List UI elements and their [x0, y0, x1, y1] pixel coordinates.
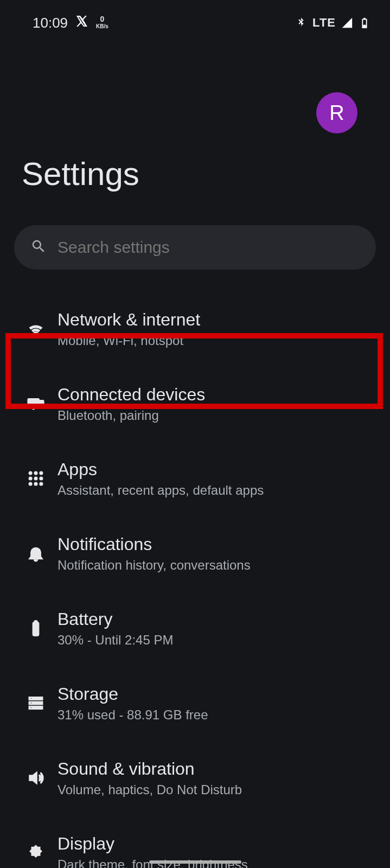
svg-point-9	[34, 477, 37, 480]
page-title: Settings	[22, 155, 368, 193]
svg-rect-1	[363, 25, 366, 28]
settings-item-sound[interactable]: Sound & vibration Volume, haptics, Do No…	[0, 741, 390, 815]
svg-point-19	[30, 698, 32, 699]
settings-list: Network & internet Mobile, Wi-Fi, hotspo…	[0, 291, 390, 868]
status-left: 10:09 0 KB/s	[33, 15, 108, 31]
settings-item-network[interactable]: Network & internet Mobile, Wi-Fi, hotspo…	[0, 291, 390, 366]
item-title: Network & internet	[57, 310, 200, 330]
volume-icon	[14, 769, 57, 787]
svg-point-12	[34, 482, 37, 486]
settings-item-apps[interactable]: Apps Assistant, recent apps, default app…	[0, 441, 390, 516]
status-bar: 10:09 0 KB/s LTE	[0, 0, 390, 33]
svg-point-11	[29, 482, 32, 486]
svg-point-10	[40, 477, 43, 480]
cell-signal-icon	[341, 17, 353, 29]
item-title: Sound & vibration	[57, 759, 242, 779]
settings-item-storage[interactable]: Storage 31% used - 88.91 GB free	[0, 666, 390, 741]
netspeed-unit: KB/s	[96, 23, 108, 30]
status-right: LTE	[295, 16, 370, 30]
battery-icon	[14, 619, 57, 637]
svg-rect-0	[363, 18, 366, 20]
search-input[interactable]	[57, 238, 360, 257]
network-type-label: LTE	[312, 16, 336, 30]
bluetooth-icon	[295, 17, 307, 29]
settings-item-battery[interactable]: Battery 30% - Until 2:45 PM	[0, 591, 390, 666]
item-subtitle: Assistant, recent apps, default apps	[57, 483, 264, 498]
settings-item-connected-devices[interactable]: Connected devices Bluetooth, pairing	[0, 366, 390, 441]
navigation-gesture-bar[interactable]	[149, 860, 241, 864]
brightness-icon	[14, 844, 57, 862]
svg-rect-15	[34, 621, 37, 623]
item-title: Display	[57, 834, 248, 854]
svg-point-13	[40, 482, 43, 486]
item-title: Battery	[57, 609, 173, 629]
svg-point-21	[30, 707, 32, 709]
storage-icon	[14, 694, 57, 712]
bell-icon	[14, 544, 57, 563]
svg-point-8	[29, 477, 32, 480]
svg-rect-14	[33, 622, 39, 636]
svg-rect-3	[40, 400, 43, 408]
search-bar[interactable]	[14, 225, 376, 270]
item-subtitle: Bluetooth, pairing	[57, 408, 205, 423]
devices-icon	[14, 394, 57, 413]
wifi-icon	[14, 320, 57, 338]
android-settings-screen: 10:09 0 KB/s LTE R	[0, 0, 390, 868]
x-app-icon	[75, 15, 88, 31]
battery-status-icon	[359, 17, 370, 29]
item-title: Storage	[57, 684, 208, 704]
svg-rect-2	[28, 399, 39, 407]
item-title: Connected devices	[57, 385, 205, 405]
svg-point-4	[33, 407, 34, 409]
item-subtitle: Mobile, Wi-Fi, hotspot	[57, 333, 200, 348]
settings-header: R Settings	[0, 33, 390, 193]
svg-point-20	[30, 703, 32, 704]
apps-grid-icon	[14, 469, 57, 488]
avatar-initial: R	[329, 101, 344, 125]
item-subtitle: Volume, haptics, Do Not Disturb	[57, 782, 242, 797]
svg-point-5	[29, 471, 32, 475]
item-title: Apps	[57, 459, 264, 480]
profile-avatar[interactable]: R	[316, 92, 357, 133]
svg-point-6	[34, 471, 37, 475]
item-subtitle: Notification history, conversations	[57, 558, 251, 573]
item-subtitle: 31% used - 88.91 GB free	[57, 707, 208, 723]
settings-item-notifications[interactable]: Notifications Notification history, conv…	[0, 516, 390, 591]
svg-point-7	[40, 471, 43, 475]
item-title: Notifications	[57, 534, 251, 554]
search-icon	[30, 238, 47, 257]
network-speed-indicator: 0 KB/s	[96, 15, 108, 30]
item-subtitle: 30% - Until 2:45 PM	[57, 633, 173, 648]
netspeed-value: 0	[100, 15, 105, 23]
clock: 10:09	[33, 15, 68, 31]
